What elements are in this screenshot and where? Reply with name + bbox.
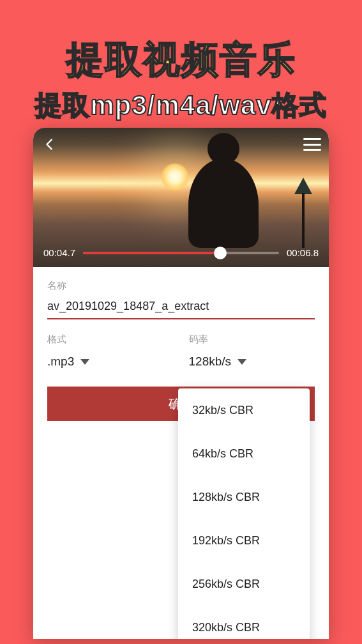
- bitrate-select[interactable]: 128kb/s: [189, 351, 315, 372]
- player-controls: 00:04.7 00:06.8: [43, 247, 319, 258]
- bitrate-option[interactable]: 192kb/s CBR: [178, 519, 310, 562]
- name-label: 名称: [47, 280, 315, 292]
- app-window: 00:04.7 00:06.8 名称 格式 .mp3 码率 128kb/s: [33, 128, 329, 639]
- bitrate-option[interactable]: 128kb/s CBR: [178, 475, 310, 519]
- bitrate-option[interactable]: 256kb/s CBR: [178, 562, 310, 606]
- bitrate-dropdown: 32kb/s CBR 64kb/s CBR 128kb/s CBR 192kb/…: [178, 388, 310, 639]
- back-icon[interactable]: [41, 135, 59, 153]
- chevron-down-icon: [238, 359, 246, 365]
- bitrate-value: 128kb/s: [189, 355, 232, 369]
- promo-title: 提取视频音乐: [0, 35, 362, 85]
- seek-fill: [83, 252, 220, 254]
- video-content-sun: [161, 163, 189, 191]
- video-content-tripod: [290, 178, 316, 248]
- bitrate-label: 码率: [189, 334, 315, 346]
- format-label: 格式: [47, 334, 174, 346]
- bitrate-option[interactable]: 320kb/s CBR: [178, 606, 310, 639]
- seek-track[interactable]: [83, 252, 279, 254]
- format-select[interactable]: .mp3: [47, 351, 174, 372]
- format-value: .mp3: [47, 355, 74, 369]
- total-time: 00:06.8: [287, 247, 319, 258]
- bitrate-option[interactable]: 32kb/s CBR: [178, 388, 310, 432]
- bitrate-option[interactable]: 64kb/s CBR: [178, 432, 310, 475]
- seek-thumb[interactable]: [214, 247, 227, 259]
- menu-icon[interactable]: [303, 138, 321, 151]
- video-preview[interactable]: 00:04.7 00:06.8: [33, 128, 329, 267]
- video-content-person: [188, 158, 259, 248]
- current-time: 00:04.7: [43, 247, 75, 258]
- chevron-down-icon: [80, 359, 89, 365]
- name-input[interactable]: [47, 297, 315, 319]
- promo-subtitle: 提取mp3/m4a/wav格式: [0, 88, 362, 123]
